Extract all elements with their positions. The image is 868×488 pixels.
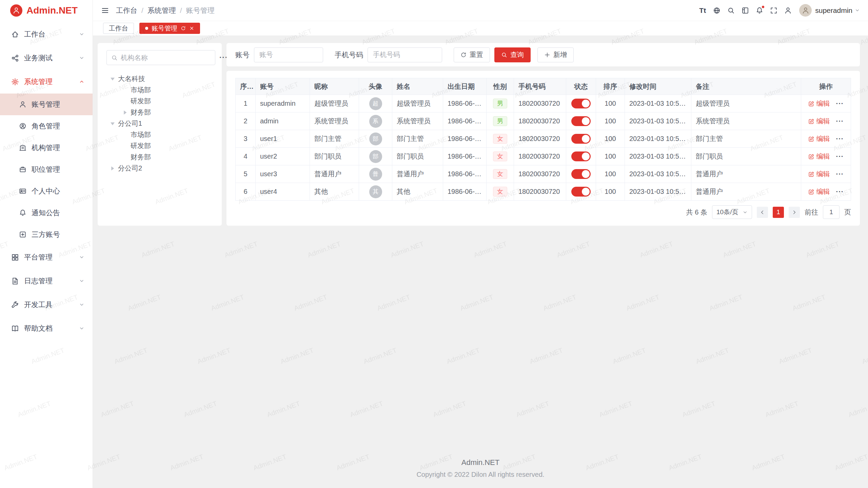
page-size-select[interactable]: 10条/页	[712, 205, 752, 219]
profile-shortcut-button[interactable]	[781, 0, 795, 21]
breadcrumb-item[interactable]: 系统管理	[147, 6, 176, 15]
more-actions-button[interactable]: ···	[836, 100, 844, 107]
tab-label: 工作台	[109, 24, 128, 33]
status-toggle[interactable]	[571, 116, 591, 126]
sidebar-item-workbench[interactable]: 工作台	[0, 22, 93, 46]
next-page-button[interactable]	[789, 207, 800, 218]
edit-icon	[808, 118, 814, 124]
page-number-button[interactable]: 1	[773, 207, 784, 218]
status-toggle[interactable]	[571, 169, 591, 179]
tree-node[interactable]: 分公司1	[106, 118, 213, 129]
fullscreen-button[interactable]	[767, 0, 781, 21]
sidebar-item-org-management[interactable]: 机构管理	[0, 137, 93, 159]
sidebar-item-account-management[interactable]: 账号管理	[0, 94, 93, 115]
reset-button[interactable]: 重置	[454, 47, 490, 62]
sidebar-item-notice-announcement[interactable]: 通知公告	[0, 202, 93, 224]
edit-button[interactable]: 编辑	[808, 99, 830, 108]
language-button[interactable]	[710, 0, 724, 21]
tree-node[interactable]: 市场部	[106, 129, 213, 140]
status-toggle[interactable]	[571, 151, 591, 161]
edit-button[interactable]: 编辑	[808, 134, 830, 143]
more-actions-button[interactable]: ···	[836, 170, 844, 178]
menu-collapse-button[interactable]	[101, 6, 109, 15]
prev-page-button[interactable]	[757, 207, 768, 218]
edit-button[interactable]: 编辑	[808, 169, 830, 179]
column-header: 出生日期	[443, 78, 487, 95]
tab-workbench[interactable]: 工作台	[103, 23, 134, 34]
phone-filter-label: 手机号码	[335, 50, 363, 60]
edit-icon	[808, 189, 814, 195]
phone-filter-input[interactable]	[368, 47, 442, 62]
more-actions-button[interactable]: ···	[836, 117, 844, 125]
tree-node[interactable]: 研发部	[106, 140, 213, 151]
global-search-button[interactable]	[724, 0, 738, 21]
org-search-input[interactable]	[121, 54, 211, 62]
tab-close-icon[interactable]	[189, 26, 194, 31]
cell-status	[566, 95, 596, 113]
sidebar-item-help-docs[interactable]: 帮助文档	[0, 317, 93, 340]
status-toggle[interactable]	[571, 134, 591, 144]
tab-account-management[interactable]: 账号管理	[139, 23, 200, 34]
tree-node-label: 分公司2	[118, 164, 142, 173]
right-column: 账号 手机号码 重置 查询 新增	[226, 43, 860, 226]
cell-name: 部门职员	[392, 148, 443, 165]
sidebar-item-dev-tools[interactable]: 开发工具	[0, 293, 93, 317]
tab-refresh-icon[interactable]	[181, 26, 186, 31]
tree-node-label: 研发部	[131, 141, 151, 150]
more-actions-button[interactable]: ···	[836, 135, 844, 142]
edit-button[interactable]: 编辑	[808, 152, 830, 161]
edit-button[interactable]: 编辑	[808, 187, 830, 196]
notifications-button[interactable]	[752, 0, 767, 21]
sidebar-item-label: 机构管理	[32, 143, 60, 152]
sidebar-item-personal-center[interactable]: 个人中心	[0, 180, 93, 202]
cell-order: 100	[596, 130, 625, 148]
tree-node[interactable]: 市场部	[106, 84, 213, 96]
query-button[interactable]: 查询	[494, 47, 531, 62]
cell-account: user4	[256, 183, 310, 201]
tree-node[interactable]: 财务部	[106, 107, 213, 118]
account-filter-input[interactable]	[254, 47, 323, 62]
add-button[interactable]: 新增	[537, 47, 574, 62]
tree-node[interactable]: 大名科技	[106, 73, 213, 84]
tree-node[interactable]: 财务部	[106, 151, 213, 163]
filter-bar: 账号 手机号码 重置 查询 新增	[226, 43, 860, 66]
cell-order: 100	[596, 183, 625, 201]
cell-account: user1	[256, 130, 310, 148]
page-unit-label: 页	[844, 208, 851, 217]
search-icon	[111, 55, 118, 61]
gear-icon	[11, 78, 19, 86]
tree-node-label: 大名科技	[118, 74, 145, 83]
goto-page-input[interactable]	[823, 205, 840, 219]
avatar[interactable]	[799, 4, 812, 17]
sidebar-item-log-management[interactable]: 日志管理	[0, 269, 93, 293]
gender-tag: 女	[493, 151, 507, 161]
sidebar-item-third-account[interactable]: 三方账号	[0, 224, 93, 245]
tree-node[interactable]: 研发部	[106, 96, 213, 107]
sidebar-item-platform-management[interactable]: 平台管理	[0, 245, 93, 269]
layout-settings-button[interactable]	[738, 0, 752, 21]
edit-button[interactable]: 编辑	[808, 117, 830, 126]
status-toggle[interactable]	[571, 99, 591, 108]
fullscreen-icon	[770, 7, 777, 14]
sidebar-item-system-management[interactable]: 系统管理	[0, 70, 93, 94]
plus-icon	[544, 52, 550, 58]
cell-name: 部门主管	[392, 130, 443, 148]
app-root: Admin.NET 工作台业务测试系统管理账号管理角色管理机构管理职位管理个人中…	[0, 0, 868, 488]
cell-status	[566, 165, 596, 183]
cell-status	[566, 130, 596, 148]
sidebar-item-post-management[interactable]: 职位管理	[0, 159, 93, 180]
cell-remark: 部门主管	[691, 130, 801, 148]
sidebar-item-role-management[interactable]: 角色管理	[0, 115, 93, 137]
user-menu[interactable]: superadmin	[815, 6, 860, 15]
cell-birthdate: 1986-06-28	[443, 113, 487, 130]
breadcrumb-item[interactable]: 工作台	[116, 6, 137, 15]
org-search-box	[106, 50, 215, 65]
cell-birthdate: 1986-06-28	[443, 148, 487, 165]
font-size-button[interactable]: Tt	[695, 0, 710, 21]
more-actions-button[interactable]: ···	[836, 188, 844, 195]
cell-name: 其他	[392, 183, 443, 201]
more-actions-button[interactable]: ···	[836, 152, 844, 160]
status-toggle[interactable]	[571, 187, 591, 197]
sidebar-item-business-test[interactable]: 业务测试	[0, 46, 93, 70]
tree-node[interactable]: 分公司2	[106, 163, 213, 174]
